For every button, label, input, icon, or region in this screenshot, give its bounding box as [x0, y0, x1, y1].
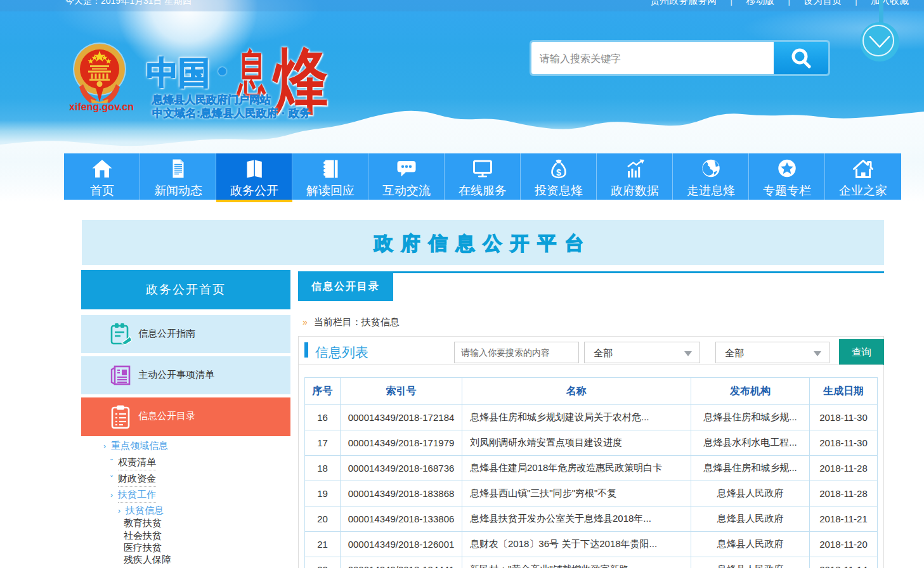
svg-text:$: $ [556, 167, 561, 178]
